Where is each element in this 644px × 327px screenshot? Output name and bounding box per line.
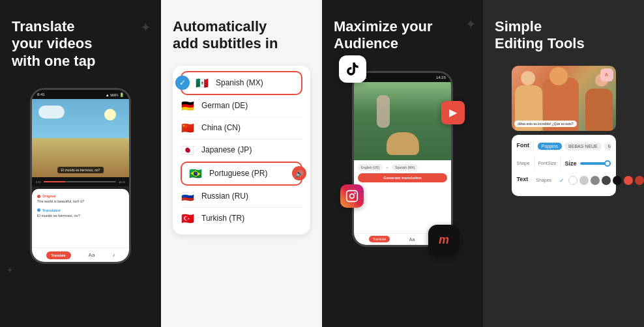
lang-name-russian: Russian (RU) (201, 192, 302, 201)
panel-editing: Simple Editing Tools A ¡Wow esto es incr… (483, 0, 644, 327)
font-row: Font Poppins BEBAS NEUE Montserrat (517, 140, 611, 153)
translated-text: El mundo es hermoso, no? (37, 214, 124, 219)
panel-3-phone-container: 0:31 14:25 English (US) → Spanish (MX) G (352, 68, 453, 247)
lang-item-german[interactable]: 🇩🇪 German (DE) (181, 95, 302, 117)
star-decoration-1: ✦ (140, 20, 151, 35)
flag-cn: 🇨🇳 (181, 122, 195, 134)
phone-screen-3: 0:31 14:25 English (US) → Spanish (MX) G (354, 73, 451, 245)
panel-subtitles: Automatically add subtitles in ✓ 🇲🇽 Span… (161, 0, 322, 327)
translation-panel: Original The world is beautiful, isn't i… (32, 189, 129, 248)
music-icon: ♪ (112, 252, 115, 258)
panel-1-phone-container: 8:41 ▲ WiFi 🔋 El mundo es hermoso, no? 0… (30, 85, 131, 264)
font-options: Poppins BEBAS NEUE Montserrat (538, 143, 611, 150)
phone-mockup-1: 8:41 ▲ WiFi 🔋 El mundo es hermoso, no? 0… (30, 88, 131, 264)
color-darkred[interactable] (635, 176, 644, 185)
svg-point-2 (354, 192, 356, 194)
lang-item-china[interactable]: 🇨🇳 China (CN) (181, 117, 302, 139)
svg-point-1 (350, 193, 355, 198)
font-icon-3: Aa (409, 237, 415, 242)
divider-1 (533, 140, 534, 153)
panel-1-title: Translate your videos with one tap (12, 18, 149, 70)
phone-bottom-bar-1: Translate Aa ♪ (32, 248, 129, 262)
overlay-text: ¡Wow esto es increíble! ¿Qué es esto? (514, 121, 577, 127)
video-thumb-3 (354, 82, 451, 160)
lang-item-portuguese[interactable]: 🇧🇷 Portuguese (PR) 🔊 (181, 162, 302, 186)
status-time: 8:41 (37, 92, 45, 96)
color-row: Text Shapes ✓ (517, 174, 611, 187)
color-gray[interactable] (591, 176, 600, 185)
flag-tr: 🇹🇷 (181, 212, 195, 225)
people-photo-container: A ¡Wow esto es increíble! ¿Qué es esto? (512, 66, 616, 131)
color-black[interactable] (613, 176, 622, 185)
flag-ru: 🇷🇺 (181, 190, 195, 203)
translate-button-1[interactable]: Translate (46, 251, 71, 259)
phone-mockup-3: 0:31 14:25 English (US) → Spanish (MX) G (352, 71, 453, 247)
progress-fill (44, 181, 65, 182)
flag-jp: 🇯🇵 (181, 144, 195, 156)
status-bar-3: 0:31 14:25 (354, 73, 451, 82)
youtube-logo: ▶ (441, 101, 465, 124)
time-start: 0:31 (36, 180, 41, 184)
lang-item-spanish[interactable]: ✓ 🇲🇽 Spanish (MX) (181, 71, 302, 95)
font-label: Font (517, 142, 530, 149)
color-red[interactable] (624, 176, 633, 185)
translated-row: Translated El mundo es hermoso, no? (37, 208, 124, 219)
original-label: Original (37, 194, 124, 198)
lang-name-german: German (DE) (201, 101, 302, 110)
lang-item-japanese[interactable]: 🇯🇵 Japanese (JP) (181, 139, 302, 162)
arrow-icon: → (385, 165, 389, 169)
panel-2-title: Automatically add subtitles in (173, 18, 310, 53)
check-icon: ✓ (559, 177, 564, 184)
status-icons-3: 14:25 (436, 76, 446, 79)
person-right-body (585, 89, 613, 131)
font-montserrat[interactable]: Montserrat (604, 143, 611, 150)
fontsize-label: FontSize (538, 161, 557, 165)
font-section: Font Poppins BEBAS NEUE Montserrat (517, 140, 611, 153)
translate-button-3[interactable]: Generate translation (358, 173, 447, 182)
person-left-head (521, 71, 535, 85)
video-controls: 0:31 14:25 (32, 177, 129, 186)
status-icons: ▲ WiFi 🔋 (106, 92, 124, 97)
original-row: Original The world is beautiful, isn't i… (37, 194, 124, 205)
video-subtitle: El mundo es hermoso, no? (57, 167, 104, 173)
dog-body (387, 132, 419, 155)
speaker-badge: 🔊 (292, 166, 306, 180)
color-lightgray[interactable] (579, 176, 589, 185)
time-end: 14:25 (119, 180, 125, 184)
lang-item-turkish[interactable]: 🇹🇷 Turkish (TR) (181, 208, 302, 229)
progress-bar[interactable] (44, 181, 116, 182)
flag-mx: 🇲🇽 (195, 77, 209, 89)
mic-dot (37, 195, 40, 198)
tiktok-logo (339, 55, 366, 83)
lang-chip-en: English (US) (358, 164, 383, 171)
panel-audience: ✦ Maximize your Audience 0:31 14:25 (322, 0, 483, 327)
shape-label: Shape (517, 161, 530, 165)
star-decoration-2: ✦ (7, 266, 13, 275)
font-poppins[interactable]: Poppins (538, 143, 562, 150)
color-darkgray[interactable] (602, 176, 611, 185)
check-badge: ✓ (175, 76, 190, 90)
size-slider[interactable] (580, 162, 610, 165)
melo-logo: m (428, 225, 460, 256)
divider-2 (534, 157, 534, 170)
svg-rect-0 (347, 190, 358, 201)
flag-de: 🇩🇪 (181, 100, 195, 112)
lang-name-turkish: Turkish (TR) (201, 214, 302, 223)
size-label: Size (564, 160, 576, 167)
font-bebas[interactable]: BEBAS NEUE (564, 143, 602, 150)
color-white[interactable] (568, 176, 578, 185)
size-row: Shape FontSize Size (517, 157, 611, 170)
lang-item-russian[interactable]: 🇷🇺 Russian (RU) (181, 186, 302, 208)
edit-panel: Font Poppins BEBAS NEUE Montserrat Shape… (512, 135, 616, 196)
panel-3-title: Maximize your Audience (334, 18, 471, 53)
star-decoration-3: ✦ (465, 16, 476, 32)
lang-name-japanese: Japanese (JP) (201, 145, 302, 154)
lang-name-china: China (CN) (201, 123, 302, 132)
lang-name-spanish: Spanish (MX) (216, 78, 295, 87)
phone-screen-1: 8:41 ▲ WiFi 🔋 El mundo es hermoso, no? 0… (32, 90, 129, 262)
lang-chip-es: Spanish (MX) (392, 164, 418, 171)
translate-button-sm[interactable]: Translate (369, 236, 390, 242)
instagram-logo (340, 184, 364, 208)
divider-3 (560, 157, 561, 170)
language-card: ✓ 🇲🇽 Spanish (MX) 🇩🇪 German (DE) 🇨🇳 Chin… (173, 66, 310, 235)
